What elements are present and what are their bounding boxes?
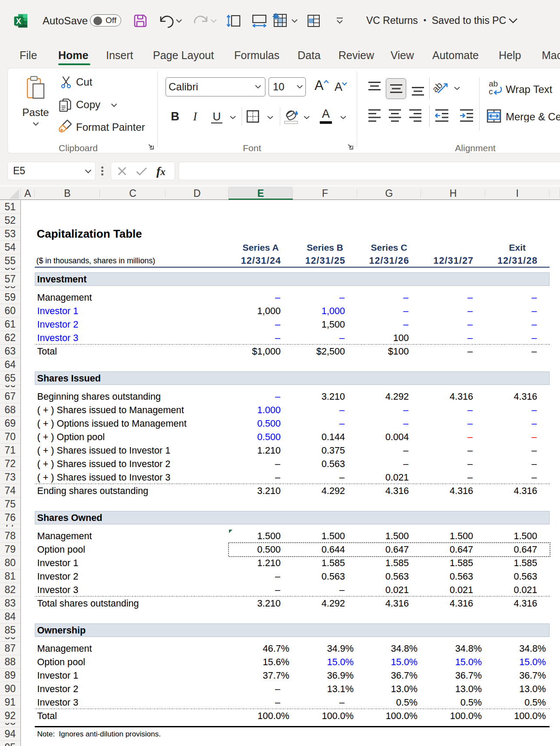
svg-text:X: X [16, 17, 21, 26]
